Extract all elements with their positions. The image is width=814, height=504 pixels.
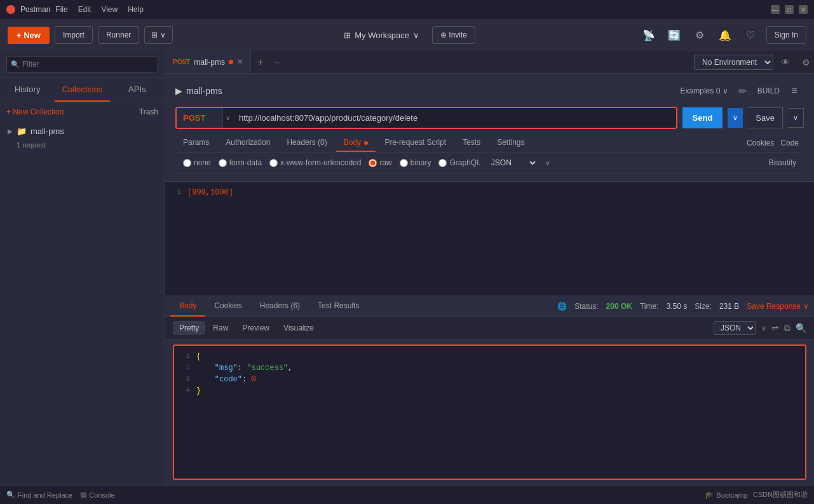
- request-tabs-left: Params Authorization Headers (0) Body Pr…: [175, 134, 532, 152]
- resp-tab-headers[interactable]: Headers (6): [251, 296, 309, 317]
- sidebar-search-area: 🔍: [0, 51, 165, 78]
- sidebar-tab-apis[interactable]: APIs: [110, 78, 165, 102]
- sidebar-tab-history[interactable]: History: [0, 78, 55, 102]
- toolbar: + New Import Runner ⊞ ∨ ⊞ My Workspace ∨…: [0, 19, 814, 51]
- build-button[interactable]: BUILD: [757, 86, 780, 95]
- filter-input[interactable]: [6, 56, 158, 72]
- save-response-button[interactable]: Save Response ∨: [747, 302, 809, 311]
- bootcamp-icon: 🎓: [705, 491, 714, 499]
- collection-item[interactable]: ▶ 📁 mall-pms: [0, 121, 165, 141]
- console-button[interactable]: ▤ Console: [80, 491, 114, 499]
- tab-close-icon[interactable]: ✕: [237, 58, 243, 66]
- body-none-option[interactable]: none: [183, 158, 211, 167]
- bell-icon-button[interactable]: 🔔: [716, 25, 735, 44]
- sidebar-tab-collections[interactable]: Collections: [55, 78, 109, 102]
- url-input[interactable]: [233, 108, 676, 128]
- resp-tab-cookies[interactable]: Cookies: [205, 296, 250, 317]
- import-button[interactable]: Import: [55, 26, 93, 44]
- tab-pre-request[interactable]: Pre-request Script: [377, 134, 454, 152]
- menu-view[interactable]: View: [101, 5, 118, 14]
- title-bar: Postman File Edit View Help — □ ✕: [0, 0, 814, 19]
- menu-file[interactable]: File: [55, 5, 67, 14]
- resp-view-preview[interactable]: Preview: [236, 321, 276, 335]
- response-status: 🌐 Status: 200 OK Time: 3.50 s Size: 231 …: [557, 302, 809, 311]
- body-form-data-option[interactable]: form-data: [219, 158, 262, 167]
- new-collection-button[interactable]: + New Collection: [6, 107, 64, 116]
- body-raw-option[interactable]: raw: [369, 158, 391, 167]
- window-controls: — □ ✕: [771, 5, 808, 14]
- resp-line-2-content: "msg": "success",: [196, 362, 292, 374]
- new-button[interactable]: + New: [8, 27, 50, 44]
- request-name-bar: ▶ mall-pms Examples 0 ∨ ✏ BUILD ≡: [175, 81, 804, 100]
- request-tab[interactable]: POST mall-pms ✕: [165, 51, 251, 73]
- menu-edit[interactable]: Edit: [78, 5, 92, 14]
- workspace-button[interactable]: ⊞ My Workspace ∨: [336, 27, 427, 44]
- resp-format-chevron-icon: ∨: [761, 324, 766, 332]
- folder-icon: 📁: [17, 126, 27, 136]
- env-eye-icon-button[interactable]: 👁: [777, 54, 794, 71]
- resp-tab-body[interactable]: Body: [170, 296, 205, 317]
- globe-icon: 🌐: [557, 302, 567, 311]
- menu-bar: File Edit View Help: [55, 5, 144, 14]
- close-button[interactable]: ✕: [799, 5, 808, 14]
- collection-name: mall-pms: [31, 126, 64, 136]
- body-graphql-option[interactable]: GraphQL: [438, 158, 480, 167]
- expand-arrow-icon: ▶: [175, 86, 182, 96]
- maximize-button[interactable]: □: [785, 5, 794, 14]
- send-button[interactable]: Send: [682, 107, 723, 128]
- resp-line-4-content: }: [196, 385, 201, 397]
- resp-view-raw[interactable]: Raw: [207, 321, 234, 335]
- request-body-editor[interactable]: 1 [999,1000]: [165, 182, 814, 296]
- tab-settings[interactable]: Settings: [489, 134, 532, 152]
- trash-button[interactable]: Trash: [139, 107, 158, 116]
- send-chevron-icon[interactable]: ∨: [728, 108, 743, 128]
- examples-button[interactable]: Examples 0 ∨: [681, 86, 728, 95]
- runner-button[interactable]: Runner: [98, 26, 139, 44]
- find-replace-button[interactable]: 🔍 Find and Replace: [6, 491, 72, 499]
- edit-icon-button[interactable]: ✏: [733, 81, 752, 100]
- title-bar-left: Postman File Edit View Help: [6, 5, 144, 14]
- tab-params[interactable]: Params: [175, 134, 217, 152]
- resp-view-visualize[interactable]: Visualize: [277, 321, 320, 335]
- settings-icon-button[interactable]: ⚙: [690, 25, 709, 44]
- minimize-button[interactable]: —: [771, 5, 780, 14]
- response-format-select[interactable]: JSON: [714, 321, 756, 335]
- tab-headers[interactable]: Headers (0): [279, 134, 334, 152]
- satellite-icon-button[interactable]: 📡: [639, 25, 658, 44]
- beautify-button[interactable]: Beautify: [769, 158, 796, 167]
- env-settings-icon-button[interactable]: ⚙: [797, 54, 814, 71]
- invite-button[interactable]: ⊕ Invite: [432, 26, 475, 44]
- environment-select[interactable]: No Environment: [694, 55, 773, 70]
- resp-view-pretty[interactable]: Pretty: [173, 321, 205, 335]
- method-select[interactable]: POST GET PUT DELETE: [177, 108, 223, 128]
- tab-authorization[interactable]: Authorization: [218, 134, 278, 152]
- request-tabs-right: Cookies Code: [747, 139, 804, 147]
- body-urlencoded-option[interactable]: x-www-form-urlencoded: [269, 158, 361, 167]
- cookies-link[interactable]: Cookies: [747, 139, 774, 147]
- code-link[interactable]: Code: [780, 139, 799, 147]
- menu-help[interactable]: Help: [128, 5, 144, 14]
- sync-icon-button[interactable]: 🔄: [665, 25, 684, 44]
- tab-tests[interactable]: Tests: [455, 134, 488, 152]
- resp-search-icon-button[interactable]: 🔍: [796, 323, 806, 333]
- tab-body[interactable]: Body: [336, 134, 376, 152]
- resp-copy-icon-button[interactable]: ⧉: [784, 323, 790, 334]
- tab-unsaved-dot: [229, 60, 233, 64]
- body-options: none form-data x-www-form-urlencoded raw…: [175, 153, 804, 174]
- heart-icon-button[interactable]: ♡: [741, 25, 760, 44]
- bootcamp-button[interactable]: 🎓 Bootcamp: [705, 491, 748, 499]
- more-tabs-button[interactable]: ···: [269, 58, 286, 67]
- body-binary-option[interactable]: binary: [400, 158, 431, 167]
- save-chevron-icon[interactable]: ∨: [788, 108, 804, 128]
- more-icon-button[interactable]: ≡: [785, 81, 804, 100]
- body-format-select[interactable]: JSON Text JavaScript: [489, 158, 538, 168]
- layout-button[interactable]: ⊞ ∨: [144, 26, 172, 44]
- status-bar-left: 🔍 Find and Replace ▤ Console: [6, 491, 115, 499]
- save-button[interactable]: Save: [748, 107, 783, 128]
- signin-button[interactable]: Sign In: [766, 26, 806, 44]
- resp-tab-test-results[interactable]: Test Results: [309, 296, 368, 317]
- search-small-icon: 🔍: [6, 491, 15, 499]
- resp-wrap-icon-button[interactable]: ⇌: [771, 323, 779, 333]
- add-tab-button[interactable]: +: [251, 57, 269, 68]
- response-tabs: Body Cookies Headers (6) Test Results 🌐 …: [165, 296, 814, 317]
